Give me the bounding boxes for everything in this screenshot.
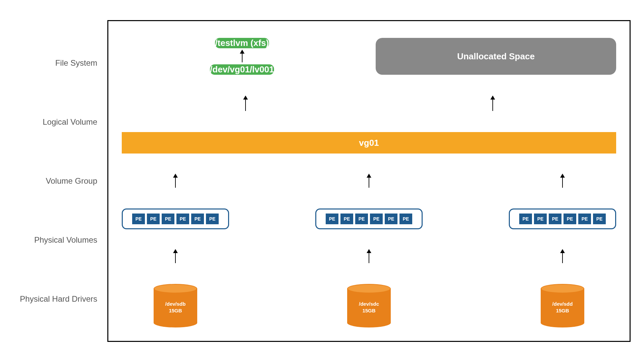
pe-block: PE xyxy=(340,214,353,224)
volume-group-text: vg01 xyxy=(359,138,379,148)
disk-size: 15GB xyxy=(359,307,379,314)
pe-block: PE xyxy=(399,214,412,224)
filesystem-box: /testlvm (xfs) xyxy=(215,38,269,48)
pe-block: PE xyxy=(132,214,145,224)
row-labels: File System Logical Volume Volume Group … xyxy=(13,20,101,342)
arrow-icon xyxy=(562,250,563,263)
pe-block: PE xyxy=(191,214,204,224)
arrows-pv-to-vg xyxy=(122,174,616,188)
volume-group-box: vg01 xyxy=(122,132,616,154)
disk-icon: /dev/sdd 15GB xyxy=(541,284,584,327)
disk-icon: /dev/sdb 15GB xyxy=(154,284,197,327)
pe-block: PE xyxy=(534,214,547,224)
logical-volume-text: /dev/vg01/lv001 xyxy=(210,64,274,75)
arrow-icon xyxy=(369,174,369,188)
disk-dev: /dev/sdb xyxy=(165,301,186,307)
unallocated-space-box: Unallocated Space xyxy=(376,38,616,75)
label-filesystem: File System xyxy=(13,58,101,68)
disk-size: 15GB xyxy=(165,307,186,314)
disk-dev: /dev/sdd xyxy=(552,301,573,307)
disk-size: 15GB xyxy=(552,307,573,314)
arrow-icon xyxy=(245,96,246,111)
physical-volume-box: PE PE PE PE PE PE xyxy=(122,208,229,229)
arrow-icon xyxy=(175,174,176,188)
pe-block: PE xyxy=(326,214,338,224)
unallocated-area: Unallocated Space xyxy=(376,38,616,75)
pe-block: PE xyxy=(206,214,219,224)
arrows-disk-to-pv xyxy=(122,250,616,263)
arrows-vg-to-lv xyxy=(122,96,616,111)
arrow-icon xyxy=(369,250,369,263)
arrow-icon xyxy=(562,174,563,188)
diagram-frame: /testlvm (xfs) /dev/vg01/lv001 Unallocat… xyxy=(107,20,631,342)
top-area: /testlvm (xfs) /dev/vg01/lv001 Unallocat… xyxy=(122,38,616,75)
label-physical-volumes: Physical Volumes xyxy=(13,235,101,245)
physical-volume-box: PE PE PE PE PE PE xyxy=(315,208,423,229)
label-physical-hard-drivers: Physical Hard Drivers xyxy=(13,294,101,304)
pe-block: PE xyxy=(519,214,532,224)
pe-block: PE xyxy=(578,214,591,224)
pe-block: PE xyxy=(370,214,383,224)
pe-block: PE xyxy=(176,214,189,224)
arrow-icon xyxy=(492,96,493,111)
pe-block: PE xyxy=(549,214,561,224)
arrow-lv-to-fs xyxy=(158,50,326,62)
physical-volume-box: PE PE PE PE PE PE xyxy=(509,208,616,229)
label-volume-group: Volume Group xyxy=(13,176,101,186)
physical-volumes-row: PE PE PE PE PE PE PE PE PE PE PE PE PE P… xyxy=(122,208,616,229)
allocated-stack: /testlvm (xfs) /dev/vg01/lv001 xyxy=(122,38,362,75)
pe-block: PE xyxy=(355,214,368,224)
pe-block: PE xyxy=(147,214,160,224)
pe-block: PE xyxy=(162,214,174,224)
label-logical-volume: Logical Volume xyxy=(13,117,101,127)
lvm-diagram: File System Logical Volume Volume Group … xyxy=(13,20,631,342)
disk-icon: /dev/sdc 15GB xyxy=(347,284,391,327)
logical-volume-box: /dev/vg01/lv001 xyxy=(210,64,274,75)
pe-block: PE xyxy=(564,214,576,224)
disk-dev: /dev/sdc xyxy=(359,301,379,307)
pe-block: PE xyxy=(593,214,606,224)
arrow-icon xyxy=(175,250,176,263)
disks-row: /dev/sdb 15GB /dev/sdc 15GB xyxy=(122,284,616,331)
pe-block: PE xyxy=(385,214,397,224)
unallocated-text: Unallocated Space xyxy=(457,51,535,62)
filesystem-text: /testlvm (xfs) xyxy=(215,38,269,48)
